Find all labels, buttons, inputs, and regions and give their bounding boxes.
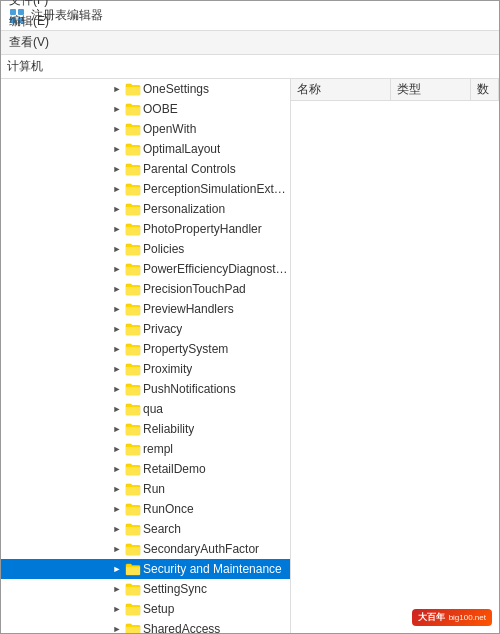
folder-icon [125, 442, 141, 456]
tree-item[interactable]: ► Setup [1, 599, 290, 619]
tree-item-label: OptimalLayout [143, 142, 220, 156]
tree-item-label: Proximity [143, 362, 192, 376]
folder-icon [125, 222, 141, 236]
expand-arrow-icon[interactable]: ► [111, 263, 123, 275]
watermark-url: big100.net [449, 613, 486, 622]
tree-item[interactable]: ► OpenWith [1, 119, 290, 139]
tree-item-label: Run [143, 482, 165, 496]
tree-item[interactable]: ► Security and Maintenance [1, 559, 290, 579]
expand-arrow-icon[interactable]: ► [111, 563, 123, 575]
folder-icon [125, 242, 141, 256]
tree-item-label: Privacy [143, 322, 182, 336]
expand-arrow-icon[interactable]: ► [111, 503, 123, 515]
tree-item[interactable]: ► RunOnce [1, 499, 290, 519]
tree-item[interactable]: ► Run [1, 479, 290, 499]
tree-item-label: RetailDemo [143, 462, 206, 476]
expand-arrow-icon[interactable]: ► [111, 603, 123, 615]
tree-item-label: Search [143, 522, 181, 536]
tree-item-label: Policies [143, 242, 184, 256]
tree-list[interactable]: ► OneSettings► OOBE► OpenWith► OptimalLa… [1, 79, 290, 633]
tree-item[interactable]: ► OOBE [1, 99, 290, 119]
tree-item-label: SharedAccess [143, 622, 220, 633]
expand-arrow-icon[interactable]: ► [111, 523, 123, 535]
expand-arrow-icon[interactable]: ► [111, 283, 123, 295]
tree-item-label: Setup [143, 602, 174, 616]
tree-item[interactable]: ► PerceptionSimulationExtens [1, 179, 290, 199]
tree-item-label: PrecisionTouchPad [143, 282, 246, 296]
tree-item[interactable]: ► OptimalLayout [1, 139, 290, 159]
right-panel: 名称 类型 数 [291, 79, 499, 633]
expand-arrow-icon[interactable]: ► [111, 103, 123, 115]
expand-arrow-icon[interactable]: ► [111, 383, 123, 395]
breadcrumb: 计算机 [1, 55, 499, 79]
tree-item[interactable]: ► rempl [1, 439, 290, 459]
expand-arrow-icon[interactable]: ► [111, 583, 123, 595]
tree-item[interactable]: ► Proximity [1, 359, 290, 379]
tree-item[interactable]: ► SettingSync [1, 579, 290, 599]
tree-item[interactable]: ► SecondaryAuthFactor [1, 539, 290, 559]
tree-item[interactable]: ► PowerEfficiencyDiagnostics [1, 259, 290, 279]
tree-item[interactable]: ► Reliability [1, 419, 290, 439]
tree-item-label: PropertySystem [143, 342, 228, 356]
expand-arrow-icon[interactable]: ► [111, 403, 123, 415]
tree-item[interactable]: ► Policies [1, 239, 290, 259]
folder-icon [125, 282, 141, 296]
expand-arrow-icon[interactable]: ► [111, 423, 123, 435]
tree-item[interactable]: ► Parental Controls [1, 159, 290, 179]
expand-arrow-icon[interactable]: ► [111, 463, 123, 475]
expand-arrow-icon[interactable]: ► [111, 343, 123, 355]
tree-item-label: SecondaryAuthFactor [143, 542, 259, 556]
tree-item[interactable]: ► PrecisionTouchPad [1, 279, 290, 299]
tree-item[interactable]: ► RetailDemo [1, 459, 290, 479]
expand-arrow-icon[interactable]: ► [111, 83, 123, 95]
tree-panel: ► OneSettings► OOBE► OpenWith► OptimalLa… [1, 79, 291, 633]
tree-item[interactable]: ► PreviewHandlers [1, 299, 290, 319]
folder-icon [125, 562, 141, 576]
folder-icon [125, 622, 141, 633]
title-bar: 注册表编辑器 [1, 1, 499, 31]
folder-icon [125, 542, 141, 556]
tree-item-label: PreviewHandlers [143, 302, 234, 316]
expand-arrow-icon[interactable]: ► [111, 303, 123, 315]
expand-arrow-icon[interactable]: ► [111, 543, 123, 555]
folder-icon [125, 102, 141, 116]
expand-arrow-icon[interactable]: ► [111, 623, 123, 633]
tree-item[interactable]: ► OneSettings [1, 79, 290, 99]
tree-item[interactable]: ► SharedAccess [1, 619, 290, 633]
menu-item-f[interactable]: 文件(F) [1, 0, 69, 11]
expand-arrow-icon[interactable]: ► [111, 323, 123, 335]
tree-item[interactable]: ► qua [1, 399, 290, 419]
tree-item-label: Personalization [143, 202, 225, 216]
expand-arrow-icon[interactable]: ► [111, 243, 123, 255]
folder-icon [125, 342, 141, 356]
folder-icon [125, 322, 141, 336]
expand-arrow-icon[interactable]: ► [111, 443, 123, 455]
folder-icon [125, 122, 141, 136]
expand-arrow-icon[interactable]: ► [111, 183, 123, 195]
tree-item-label: PowerEfficiencyDiagnostics [143, 262, 290, 276]
menu-item-e[interactable]: 编辑(E) [1, 11, 69, 32]
folder-icon [125, 422, 141, 436]
col-data: 数 [471, 79, 499, 100]
tree-item[interactable]: ► PhotoPropertyHandler [1, 219, 290, 239]
expand-arrow-icon[interactable]: ► [111, 203, 123, 215]
tree-item-label: SettingSync [143, 582, 207, 596]
expand-arrow-icon[interactable]: ► [111, 223, 123, 235]
expand-arrow-icon[interactable]: ► [111, 123, 123, 135]
tree-item[interactable]: ► Search [1, 519, 290, 539]
col-name: 名称 [291, 79, 391, 100]
expand-arrow-icon[interactable]: ► [111, 143, 123, 155]
tree-item[interactable]: ► Personalization [1, 199, 290, 219]
menu-item-v[interactable]: 查看(V) [1, 32, 69, 53]
tree-item-label: OOBE [143, 102, 178, 116]
tree-item[interactable]: ► Privacy [1, 319, 290, 339]
tree-item[interactable]: ► PushNotifications [1, 379, 290, 399]
tree-item[interactable]: ► PropertySystem [1, 339, 290, 359]
folder-icon [125, 602, 141, 616]
expand-arrow-icon[interactable]: ► [111, 363, 123, 375]
folder-icon [125, 82, 141, 96]
folder-icon [125, 582, 141, 596]
expand-arrow-icon[interactable]: ► [111, 483, 123, 495]
folder-icon [125, 202, 141, 216]
expand-arrow-icon[interactable]: ► [111, 163, 123, 175]
